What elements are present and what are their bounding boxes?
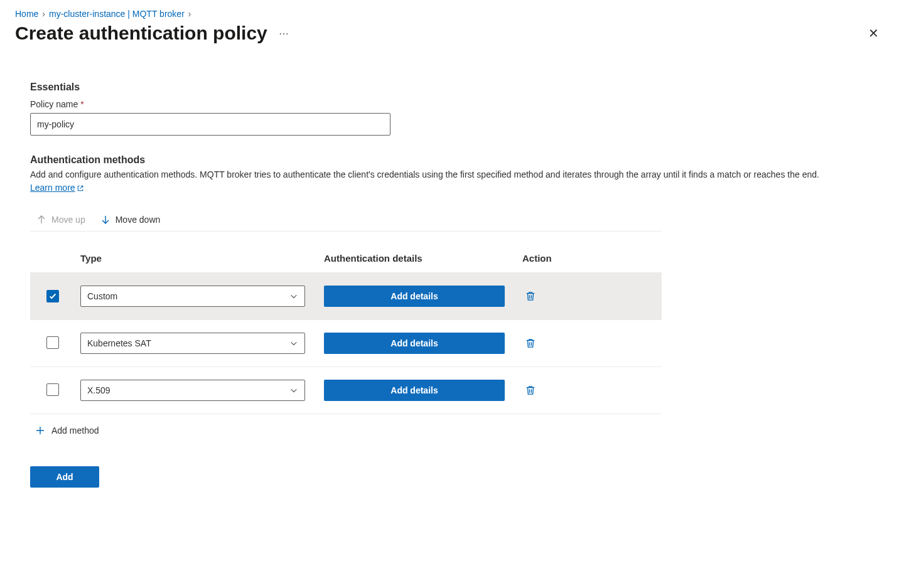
column-details: Authentication details (319, 237, 517, 273)
row-checkbox[interactable] (46, 383, 59, 396)
auth-methods-heading: Authentication methods (30, 154, 869, 166)
auth-methods-table: Type Authentication details Action Custo… (30, 237, 662, 414)
table-row[interactable]: X.509Add details (30, 367, 662, 414)
trash-icon (525, 338, 536, 349)
chevron-down-icon (289, 339, 298, 348)
arrow-down-icon (100, 215, 110, 225)
move-up-button: Move up (36, 215, 85, 225)
breadcrumb-home[interactable]: Home (15, 9, 38, 19)
policy-name-label: Policy name (30, 99, 78, 109)
add-details-button[interactable]: Add details (324, 380, 505, 401)
delete-row-button[interactable] (522, 288, 539, 304)
external-link-icon (77, 184, 84, 192)
type-select[interactable]: X.509 (80, 380, 305, 401)
chevron-right-icon: › (188, 9, 191, 19)
add-button[interactable]: Add (30, 466, 99, 488)
add-details-button[interactable]: Add details (324, 286, 505, 307)
breadcrumb-instance[interactable]: my-cluster-instance | MQTT broker (49, 9, 185, 19)
table-row[interactable]: CustomAdd details (30, 273, 662, 320)
delete-row-button[interactable] (522, 335, 539, 351)
column-type: Type (75, 237, 319, 273)
move-down-button[interactable]: Move down (100, 215, 161, 225)
type-value: X.509 (87, 385, 110, 395)
essentials-heading: Essentials (30, 82, 869, 93)
type-select[interactable]: Custom (80, 286, 305, 307)
row-checkbox[interactable] (46, 290, 59, 302)
add-method-button[interactable]: Add method (30, 414, 99, 436)
plus-icon (35, 425, 45, 436)
close-icon[interactable]: ✕ (863, 23, 884, 43)
page-title: Create authentication policy (15, 23, 267, 44)
breadcrumb: Home › my-cluster-instance | MQTT broker… (15, 9, 884, 19)
policy-name-input[interactable] (30, 113, 390, 136)
chevron-right-icon: › (42, 9, 45, 19)
table-row[interactable]: Kubernetes SATAdd details (30, 320, 662, 367)
type-value: Custom (87, 291, 117, 301)
type-select[interactable]: Kubernetes SAT (80, 333, 305, 354)
type-value: Kubernetes SAT (87, 338, 151, 348)
add-details-button[interactable]: Add details (324, 333, 505, 354)
required-indicator: * (80, 99, 83, 109)
chevron-down-icon (289, 292, 298, 301)
more-actions-icon[interactable]: ⋯ (279, 28, 290, 40)
row-checkbox[interactable] (46, 336, 59, 349)
column-action: Action (517, 237, 662, 273)
learn-more-link[interactable]: Learn more (30, 181, 84, 195)
trash-icon (525, 291, 536, 302)
arrow-up-icon (36, 215, 46, 225)
trash-icon (525, 385, 536, 396)
delete-row-button[interactable] (522, 382, 539, 398)
auth-methods-description: Add and configure authentication methods… (30, 168, 869, 195)
chevron-down-icon (289, 386, 298, 395)
